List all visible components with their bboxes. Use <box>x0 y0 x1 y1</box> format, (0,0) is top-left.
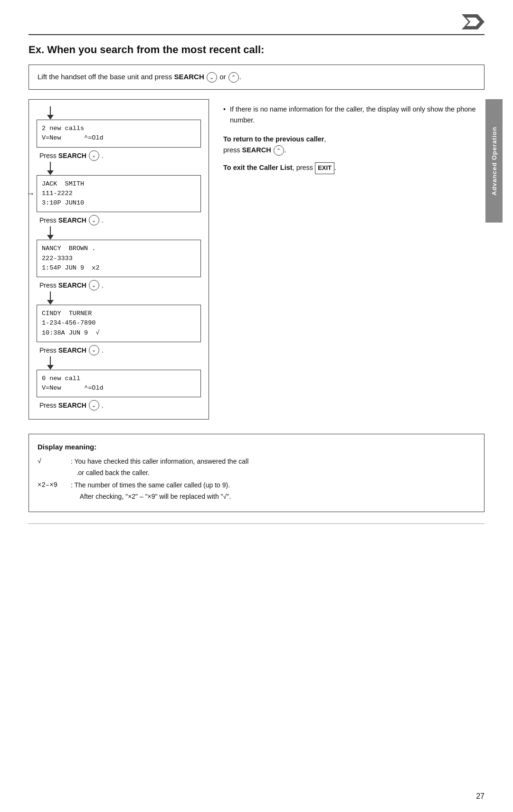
search-up-icon-return[interactable]: ⌃ <box>274 145 284 156</box>
connector-line-2 <box>50 162 51 170</box>
connector-arrow-1 <box>47 115 54 120</box>
search-down-icon-5[interactable]: ⌄ <box>89 400 99 411</box>
flowchart-column: 2 new calls V=New ^=Old Press SEARCH ⌄. … <box>28 99 209 420</box>
press-label-3: Press <box>39 281 57 289</box>
search-bold-3: SEARCH <box>58 281 86 289</box>
bullet-text-1: If there is no name information for the … <box>230 105 475 123</box>
connector-3 <box>37 226 201 240</box>
connector-line-4 <box>50 291 51 300</box>
search-down-icon-3[interactable]: ⌄ <box>89 280 99 290</box>
connector-1 <box>37 106 201 120</box>
next-arrow-icon[interactable] <box>462 14 484 29</box>
search-bold-5: SEARCH <box>58 401 86 409</box>
press-search-5: Press SEARCH ⌄. <box>37 397 201 411</box>
meaning-symbol-2: ×2–×9 <box>38 480 66 503</box>
meaning-title: Display meaning: <box>38 441 475 453</box>
main-content: 2 new calls V=New ^=Old Press SEARCH ⌄. … <box>28 99 484 420</box>
display-box-4: CINDY TURNER 1-234-456-7890 10:38A JUN 9… <box>37 305 201 342</box>
meaning-row-1: √ : You have checked this caller informa… <box>38 456 475 479</box>
connector-2 <box>37 162 201 175</box>
display-box-5: 0 new call V=New ^=Old <box>37 370 201 398</box>
search-down-icon-4[interactable]: ⌄ <box>89 345 99 355</box>
display-box-1: 2 new calls V=New ^=Old <box>37 120 201 148</box>
meaning-box: Display meaning: √ : You have checked th… <box>28 434 484 512</box>
search-up-button-icon[interactable]: ⌃ <box>228 72 239 83</box>
arrow-inner <box>466 18 480 26</box>
press-label-2: Press <box>39 216 57 224</box>
search-bold-2: SEARCH <box>58 216 86 224</box>
press-search-1: Press SEARCH ⌄. <box>37 148 201 162</box>
bottom-divider <box>28 523 484 524</box>
connector-4 <box>37 291 201 305</box>
flowchart-outer-box: 2 new calls V=New ^=Old Press SEARCH ⌄. … <box>28 99 209 420</box>
search-down-icon-1[interactable]: ⌄ <box>89 150 99 161</box>
intro-text-before: Lift the handset off the base unit and p… <box>38 73 174 81</box>
search-down-icon-2[interactable]: ⌄ <box>89 215 99 225</box>
display-box-2: JACK SMITH 111-2222 3:10P JUN10 <box>37 175 201 213</box>
intro-search-label: SEARCH <box>174 73 204 81</box>
search-bold-1: SEARCH <box>58 152 86 159</box>
exit-label: To exit the Caller List <box>223 164 293 172</box>
connector-5 <box>37 356 201 370</box>
return-label: To return to the previous caller <box>223 135 324 143</box>
connector-line-1 <box>50 106 51 115</box>
return-search-label: SEARCH <box>242 146 271 154</box>
intro-or-text: or <box>219 73 226 81</box>
search-bold-4: SEARCH <box>58 346 86 354</box>
connector-line-5 <box>50 356 51 365</box>
meaning-row-2: ×2–×9 : The number of times the same cal… <box>38 480 475 503</box>
meaning-desc-1: : You have checked this caller informati… <box>71 456 248 479</box>
info-block-return: To return to the previous caller, press … <box>223 134 484 156</box>
page-title: Ex. When you search from the most recent… <box>28 44 484 56</box>
side-tab: Advanced Operation <box>485 99 503 223</box>
top-nav <box>28 14 484 29</box>
info-bullet-1: If there is no name information for the … <box>223 104 484 125</box>
info-block-exit: To exit the Caller List, press EXIT. <box>223 162 484 174</box>
connector-arrow-4 <box>47 300 54 305</box>
exit-button-icon[interactable]: EXIT <box>315 162 334 174</box>
press-label-1: Press <box>39 152 57 159</box>
connector-line-3 <box>50 226 51 235</box>
press-label-4: Press <box>39 346 57 354</box>
connector-arrow-3 <box>47 235 54 240</box>
press-search-4: Press SEARCH ⌄. <box>37 342 201 356</box>
meaning-desc-2: : The number of times the same caller ca… <box>71 480 231 503</box>
meaning-symbol-1: √ <box>38 456 66 479</box>
top-divider <box>28 34 484 35</box>
press-search-2: Press SEARCH ⌄. <box>37 212 201 226</box>
connector-arrow-2 <box>47 170 54 175</box>
connector-arrow-5 <box>47 365 54 370</box>
display-box-3: NANCY BROWN . 222-3333 1:54P JUN 9 x2 <box>37 240 201 277</box>
intro-box: Lift the handset off the base unit and p… <box>28 65 484 90</box>
box2-wrapper: → JACK SMITH 111-2222 3:10P JUN10 <box>37 175 201 213</box>
page-number: 27 <box>476 792 484 801</box>
info-column: If there is no name information for the … <box>223 99 484 420</box>
search-down-button-icon[interactable]: ⌄ <box>207 72 217 83</box>
press-search-3: Press SEARCH ⌄. <box>37 277 201 291</box>
press-label-5: Press <box>39 401 57 409</box>
side-tab-text: Advanced Operation <box>491 126 498 195</box>
arrow-right-icon: → <box>26 188 35 198</box>
